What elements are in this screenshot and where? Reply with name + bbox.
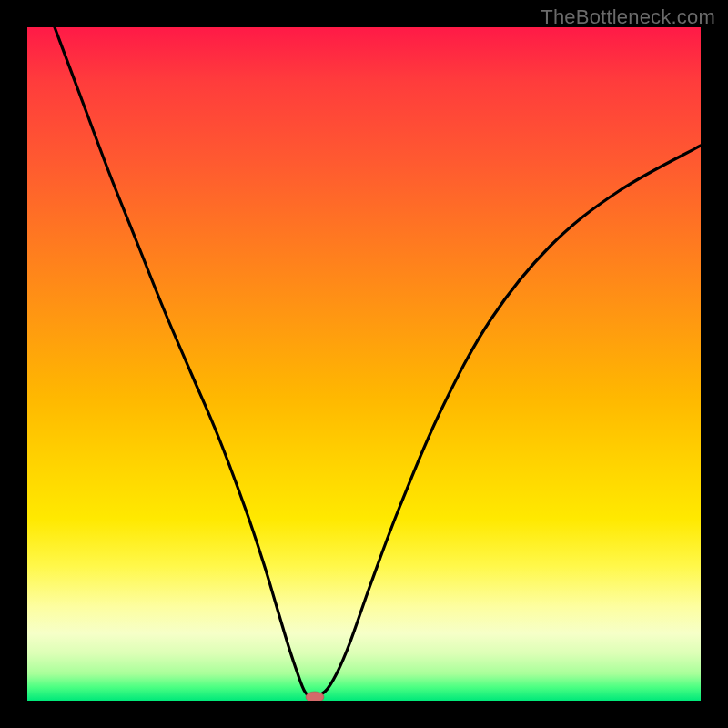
chart-frame: TheBottleneck.com <box>0 0 728 728</box>
watermark-text: TheBottleneck.com <box>541 5 715 29</box>
optimum-marker <box>306 692 324 701</box>
curve-svg <box>27 27 701 701</box>
bottleneck-curve <box>55 27 701 696</box>
plot-area <box>27 27 701 701</box>
